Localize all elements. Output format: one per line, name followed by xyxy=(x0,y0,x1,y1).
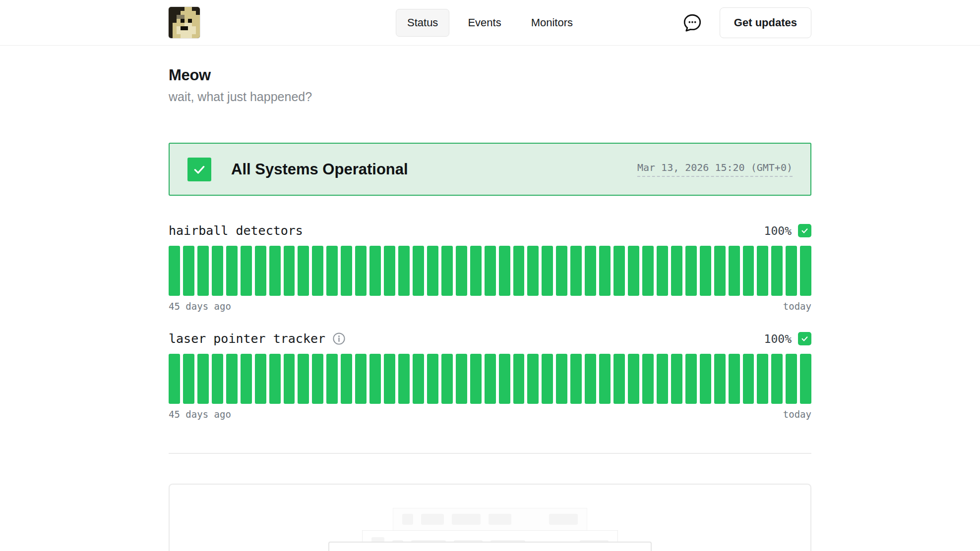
uptime-day-bar[interactable] xyxy=(599,354,611,404)
uptime-day-bar[interactable] xyxy=(585,354,596,404)
tab-events[interactable]: Events xyxy=(456,9,512,37)
uptime-day-bar[interactable] xyxy=(226,246,238,296)
header-actions: Get updates xyxy=(682,7,811,38)
uptime-day-bar[interactable] xyxy=(714,246,726,296)
uptime-day-bar[interactable] xyxy=(269,246,281,296)
tab-monitors[interactable]: Monitors xyxy=(520,9,584,37)
uptime-day-bar[interactable] xyxy=(369,246,381,296)
uptime-day-bar[interactable] xyxy=(169,354,180,404)
uptime-day-bar[interactable] xyxy=(427,246,438,296)
uptime-day-bar[interactable] xyxy=(241,246,252,296)
uptime-day-bar[interactable] xyxy=(470,246,482,296)
uptime-day-bar[interactable] xyxy=(513,354,525,404)
uptime-day-bar[interactable] xyxy=(542,246,553,296)
uptime-day-bar[interactable] xyxy=(456,246,467,296)
uptime-day-bar[interactable] xyxy=(757,354,768,404)
uptime-day-bar[interactable] xyxy=(613,354,625,404)
uptime-day-bar[interactable] xyxy=(485,246,496,296)
uptime-day-bar[interactable] xyxy=(326,246,338,296)
uptime-day-bar[interactable] xyxy=(570,354,582,404)
uptime-day-bar[interactable] xyxy=(729,246,740,296)
uptime-day-bar[interactable] xyxy=(441,246,453,296)
uptime-day-bar[interactable] xyxy=(197,354,209,404)
feedback-speech-bubble-icon[interactable] xyxy=(682,12,703,33)
uptime-day-bar[interactable] xyxy=(212,246,223,296)
uptime-day-bar[interactable] xyxy=(771,354,783,404)
uptime-day-bar[interactable] xyxy=(241,354,252,404)
uptime-day-bar[interactable] xyxy=(556,354,567,404)
uptime-day-bar[interactable] xyxy=(326,354,338,404)
uptime-day-bar[interactable] xyxy=(714,354,726,404)
uptime-bars xyxy=(169,246,811,296)
uptime-day-bar[interactable] xyxy=(312,354,323,404)
uptime-day-bar[interactable] xyxy=(398,354,410,404)
uptime-day-bar[interactable] xyxy=(556,246,567,296)
uptime-day-bar[interactable] xyxy=(743,246,754,296)
uptime-day-bar[interactable] xyxy=(800,246,811,296)
uptime-day-bar[interactable] xyxy=(226,354,238,404)
uptime-day-bar[interactable] xyxy=(284,246,295,296)
uptime-day-bar[interactable] xyxy=(513,246,525,296)
uptime-day-bar[interactable] xyxy=(341,354,352,404)
site-logo[interactable] xyxy=(169,7,200,38)
uptime-day-bar[interactable] xyxy=(384,246,395,296)
uptime-day-bar[interactable] xyxy=(628,246,639,296)
info-icon[interactable] xyxy=(332,332,346,345)
uptime-day-bar[interactable] xyxy=(355,246,367,296)
uptime-day-bar[interactable] xyxy=(771,246,783,296)
uptime-day-bar[interactable] xyxy=(527,354,539,404)
uptime-day-bar[interactable] xyxy=(427,354,438,404)
uptime-day-bar[interactable] xyxy=(485,354,496,404)
uptime-day-bar[interactable] xyxy=(685,354,697,404)
uptime-day-bar[interactable] xyxy=(527,246,539,296)
uptime-day-bar[interactable] xyxy=(284,354,295,404)
uptime-day-bar[interactable] xyxy=(197,246,209,296)
uptime-day-bar[interactable] xyxy=(786,246,797,296)
uptime-day-bar[interactable] xyxy=(613,246,625,296)
uptime-day-bar[interactable] xyxy=(657,246,668,296)
uptime-day-bar[interactable] xyxy=(183,246,194,296)
uptime-day-bar[interactable] xyxy=(585,246,596,296)
uptime-day-bar[interactable] xyxy=(413,246,424,296)
uptime-day-bar[interactable] xyxy=(570,246,582,296)
uptime-day-bar[interactable] xyxy=(298,354,309,404)
uptime-day-bar[interactable] xyxy=(298,246,309,296)
uptime-day-bar[interactable] xyxy=(542,354,553,404)
uptime-day-bar[interactable] xyxy=(183,354,194,404)
uptime-day-bar[interactable] xyxy=(269,354,281,404)
uptime-day-bar[interactable] xyxy=(628,354,639,404)
tab-status[interactable]: Status xyxy=(396,9,449,37)
uptime-day-bar[interactable] xyxy=(743,354,754,404)
uptime-day-bar[interactable] xyxy=(212,354,223,404)
uptime-day-bar[interactable] xyxy=(312,246,323,296)
get-updates-button[interactable]: Get updates xyxy=(720,7,811,38)
uptime-day-bar[interactable] xyxy=(671,246,682,296)
uptime-day-bar[interactable] xyxy=(642,246,654,296)
uptime-day-bar[interactable] xyxy=(800,354,811,404)
uptime-day-bar[interactable] xyxy=(255,354,266,404)
uptime-day-bar[interactable] xyxy=(169,246,180,296)
uptime-day-bar[interactable] xyxy=(369,354,381,404)
uptime-day-bar[interactable] xyxy=(441,354,453,404)
uptime-day-bar[interactable] xyxy=(685,246,697,296)
uptime-day-bar[interactable] xyxy=(599,246,611,296)
uptime-day-bar[interactable] xyxy=(657,354,668,404)
uptime-day-bar[interactable] xyxy=(470,354,482,404)
uptime-day-bar[interactable] xyxy=(413,354,424,404)
uptime-day-bar[interactable] xyxy=(499,246,510,296)
uptime-day-bar[interactable] xyxy=(456,354,467,404)
uptime-day-bar[interactable] xyxy=(642,354,654,404)
uptime-day-bar[interactable] xyxy=(757,246,768,296)
uptime-day-bar[interactable] xyxy=(384,354,395,404)
uptime-day-bar[interactable] xyxy=(398,246,410,296)
uptime-day-bar[interactable] xyxy=(700,354,711,404)
uptime-day-bar[interactable] xyxy=(786,354,797,404)
uptime-day-bar[interactable] xyxy=(499,354,510,404)
uptime-day-bar[interactable] xyxy=(255,246,266,296)
uptime-day-bar[interactable] xyxy=(671,354,682,404)
banner-timestamp[interactable]: Mar 13, 2026 15:20 (GMT+0) xyxy=(637,162,793,177)
uptime-day-bar[interactable] xyxy=(341,246,352,296)
uptime-day-bar[interactable] xyxy=(700,246,711,296)
uptime-day-bar[interactable] xyxy=(729,354,740,404)
uptime-day-bar[interactable] xyxy=(355,354,367,404)
